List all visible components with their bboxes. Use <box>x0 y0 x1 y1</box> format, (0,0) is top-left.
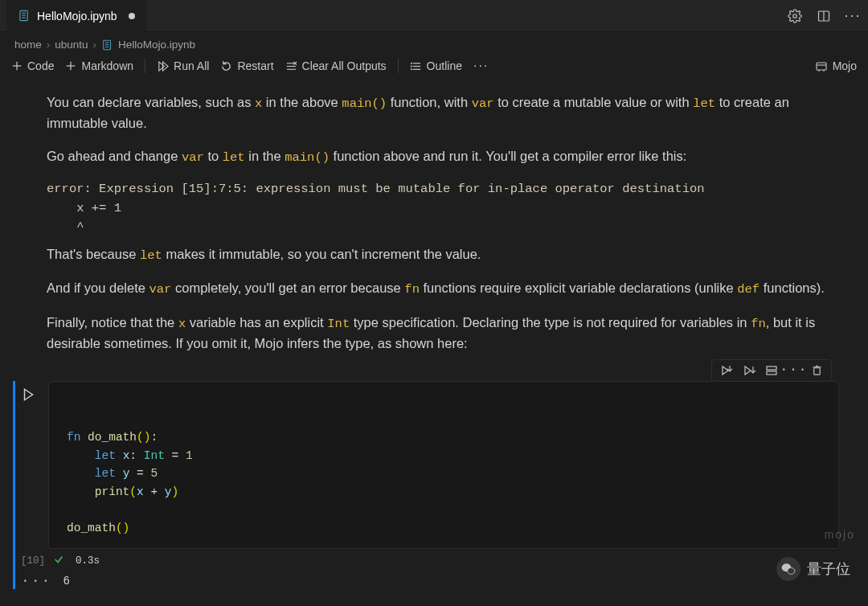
svg-point-4 <box>793 14 797 18</box>
svg-rect-8 <box>105 42 108 43</box>
split-editor-icon[interactable] <box>815 7 833 25</box>
inline-code: x <box>178 317 186 331</box>
code-cell-wrap: ··· fn do_math(): let x: Int = 1 let y =… <box>3 381 839 590</box>
kernel-picker[interactable]: Mojo <box>815 59 857 72</box>
notebook-file-icon <box>18 10 31 23</box>
svg-rect-38 <box>767 371 776 375</box>
success-check-icon <box>53 554 64 568</box>
svg-rect-1 <box>22 13 26 14</box>
breadcrumb-seg[interactable]: HelloMojo.ipynb <box>118 39 195 51</box>
mojo-watermark: mojo <box>825 528 855 541</box>
execution-count: [10] <box>21 555 45 567</box>
inline-code: var <box>149 282 172 297</box>
run-cell-button[interactable] <box>21 387 35 402</box>
svg-rect-39 <box>813 368 820 375</box>
svg-rect-10 <box>105 46 108 47</box>
notebook-toolbar: Code Markdown Run All Restart Clear All … <box>0 55 868 81</box>
svg-point-26 <box>411 66 411 67</box>
breadcrumb: home › ubuntu › HelloMojo.ipynb <box>0 32 868 55</box>
notebook-file-icon <box>101 39 113 51</box>
inline-code: Int <box>327 317 350 331</box>
outline-button[interactable]: Outline <box>410 59 462 72</box>
error-output: error: Expression [15]:7:5: expression m… <box>47 180 825 236</box>
inline-code: let <box>693 96 715 111</box>
svg-rect-28 <box>817 63 826 70</box>
run-all-button[interactable]: Run All <box>157 59 209 72</box>
cell-action-bar: ··· <box>711 359 832 382</box>
output-more-icon[interactable]: ··· <box>21 573 51 589</box>
cell-focus-indicator <box>13 381 15 590</box>
svg-marker-33 <box>723 366 728 375</box>
svg-marker-35 <box>745 366 751 375</box>
execution-time: 0.3s <box>76 555 100 567</box>
file-tab-title: HelloMojo.ipynb <box>37 10 117 23</box>
inline-code: let <box>223 150 245 165</box>
file-tab[interactable]: HelloMojo.ipynb <box>6 0 146 32</box>
breadcrumb-seg[interactable]: home <box>14 39 42 51</box>
cell-more-icon[interactable]: ··· <box>786 362 802 379</box>
toolbar-more-icon[interactable]: ··· <box>473 59 489 73</box>
inline-code: fn <box>404 282 420 297</box>
execute-below-icon[interactable] <box>741 362 757 379</box>
split-cell-icon[interactable] <box>764 362 780 379</box>
add-markdown-button[interactable]: Markdown <box>65 59 133 72</box>
delete-cell-icon[interactable] <box>809 362 825 379</box>
inline-code: fn <box>751 317 766 331</box>
clear-outputs-button[interactable]: Clear All Outputs <box>285 59 387 72</box>
output-text: 6 <box>63 575 69 588</box>
inline-code: var <box>472 96 494 111</box>
notebook-content: You can declare variables, such as x in … <box>0 81 868 589</box>
svg-rect-3 <box>22 17 26 18</box>
code-editor[interactable]: ··· fn do_math(): let x: Int = 1 let y =… <box>48 381 839 550</box>
svg-marker-15 <box>159 61 165 70</box>
inline-code: main() <box>285 150 330 165</box>
chevron-right-icon: › <box>47 39 51 51</box>
svg-point-27 <box>411 68 411 69</box>
tab-bar: HelloMojo.ipynb ··· <box>0 0 868 32</box>
restart-button[interactable]: Restart <box>220 59 273 72</box>
breadcrumb-seg[interactable]: ubuntu <box>55 39 88 51</box>
add-code-button[interactable]: Code <box>11 59 54 72</box>
execution-status: [10] 0.3s <box>21 554 839 568</box>
inline-code: var <box>182 150 204 165</box>
divider <box>145 59 145 73</box>
inline-code: def <box>737 282 760 297</box>
svg-marker-16 <box>163 61 169 70</box>
markdown-cell[interactable]: You can declare variables, such as x in … <box>0 81 854 375</box>
cell-output: ··· 6 <box>21 573 839 589</box>
divider <box>398 59 399 73</box>
chevron-right-icon: › <box>93 39 97 51</box>
svg-rect-9 <box>105 44 108 45</box>
run-by-line-icon[interactable] <box>719 362 735 379</box>
dirty-indicator-icon <box>129 13 135 19</box>
inline-code: let <box>140 248 162 263</box>
svg-marker-32 <box>25 389 33 400</box>
settings-icon[interactable] <box>786 7 804 25</box>
inline-code: main() <box>342 96 387 111</box>
more-icon[interactable]: ··· <box>844 7 862 25</box>
inline-code: x <box>255 96 262 111</box>
svg-point-25 <box>411 63 411 63</box>
svg-rect-37 <box>767 366 776 370</box>
svg-rect-2 <box>22 15 26 16</box>
